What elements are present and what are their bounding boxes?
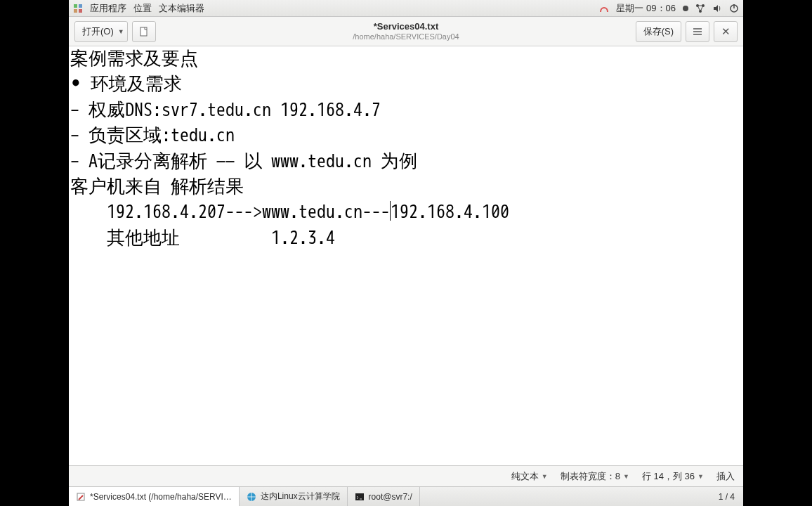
svg-rect-0 bbox=[74, 4, 77, 8]
editor-line: – 权威DNS:svr7.tedu.cn 192.168.4.7 bbox=[70, 98, 742, 123]
menu-text-editor[interactable]: 文本编辑器 bbox=[159, 2, 204, 15]
cursor-position[interactable]: 行 14，列 36▼ bbox=[642, 470, 704, 483]
editor-line: 其他地址 1.2.3.4 bbox=[70, 226, 742, 251]
text-cursor bbox=[390, 201, 391, 221]
status-bar: 纯文本▼ 制表符宽度：8▼ 行 14，列 36▼ 插入 bbox=[69, 465, 743, 486]
new-document-button[interactable] bbox=[132, 21, 156, 42]
input-method-icon[interactable] bbox=[599, 4, 609, 13]
save-button[interactable]: 保存(S) bbox=[636, 21, 681, 42]
record-indicator-icon bbox=[683, 6, 688, 11]
hamburger-menu-button[interactable] bbox=[686, 21, 709, 42]
document-path: /home/haha/SERVICES/Day04 bbox=[353, 32, 459, 41]
editor-line: 案例需求及要点 bbox=[70, 46, 742, 72]
syntax-selector[interactable]: 纯文本▼ bbox=[511, 470, 548, 483]
close-window-button[interactable]: ✕ bbox=[714, 21, 738, 42]
editor-line: • 环境及需求 bbox=[70, 72, 742, 97]
tabwidth-selector[interactable]: 制表符宽度：8▼ bbox=[561, 470, 629, 483]
editor-line: 客户机来自 解析结果 bbox=[70, 174, 742, 200]
clock-label[interactable]: 星期一 09：06 bbox=[616, 2, 676, 15]
terminal-icon bbox=[355, 492, 365, 502]
insert-mode-label: 插入 bbox=[716, 470, 735, 483]
menu-applications[interactable]: 应用程序 bbox=[90, 2, 126, 15]
taskbar-item-editor[interactable]: *Services04.txt (/home/haha/SERVI… bbox=[69, 487, 240, 506]
activities-icon[interactable] bbox=[73, 4, 83, 13]
gnome-top-bar: 应用程序 位置 文本编辑器 星期一 09：06 bbox=[69, 0, 743, 17]
svg-rect-9 bbox=[140, 27, 147, 36]
svg-rect-3 bbox=[79, 9, 82, 13]
editor-toolbar: 打开(O) ▼ *Services04.txt /home/haha/SERVI… bbox=[69, 17, 743, 46]
save-button-label: 保存(S) bbox=[643, 25, 674, 38]
svg-rect-2 bbox=[74, 9, 77, 13]
volume-icon[interactable] bbox=[712, 4, 722, 13]
taskbar: *Services04.txt (/home/haha/SERVI… 达内Lin… bbox=[69, 486, 743, 506]
menu-places[interactable]: 位置 bbox=[133, 2, 152, 15]
editor-line: – A记录分离解析 —— 以 www.tedu.cn 为例 bbox=[70, 149, 742, 174]
title-block: *Services04.txt /home/haha/SERVICES/Day0… bbox=[353, 21, 459, 41]
gedit-icon bbox=[76, 492, 86, 502]
workspace-pager[interactable]: 1 / 4 bbox=[710, 487, 743, 506]
power-icon[interactable] bbox=[729, 4, 739, 13]
svg-rect-1 bbox=[79, 4, 82, 8]
document-title: *Services04.txt bbox=[353, 21, 459, 32]
editor-line: 192.168.4.207--->www.tedu.cn---192.168.4… bbox=[70, 200, 742, 225]
chevron-down-icon: ▼ bbox=[118, 28, 124, 35]
editor-line: – 负责区域:tedu.cn bbox=[70, 123, 742, 148]
taskbar-item-terminal[interactable]: root@svr7:/ bbox=[348, 487, 420, 506]
open-button[interactable]: 打开(O) ▼ bbox=[74, 21, 128, 42]
network-icon[interactable] bbox=[695, 4, 705, 13]
open-button-label: 打开(O) bbox=[82, 25, 114, 38]
editor-content[interactable]: 案例需求及要点• 环境及需求– 权威DNS:svr7.tedu.cn 192.1… bbox=[69, 46, 743, 465]
globe-icon bbox=[247, 492, 256, 502]
taskbar-item-browser[interactable]: 达内Linux云计算学院 bbox=[240, 487, 348, 506]
